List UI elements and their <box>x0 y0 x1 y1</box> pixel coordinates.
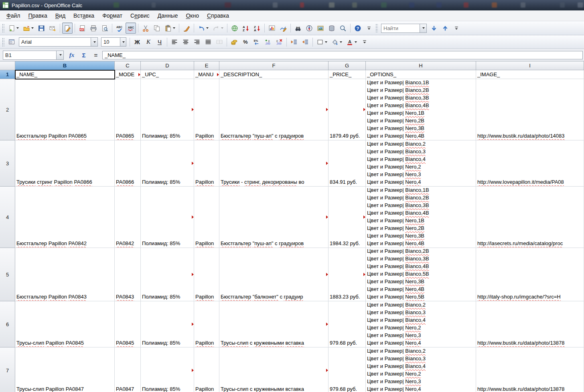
row-header-7[interactable]: 7 <box>0 347 15 392</box>
align-center-button[interactable] <box>180 37 191 48</box>
column-header-I[interactable]: I <box>476 61 584 70</box>
row-header-4[interactable]: 4 <box>0 187 15 248</box>
font-size-combo[interactable] <box>101 37 126 47</box>
cell-F6[interactable]: Трусы-слип с кружевными вставка <box>219 301 328 347</box>
increase-indent-button[interactable] <box>300 37 310 48</box>
align-justify-button[interactable] <box>203 37 213 48</box>
redo-button[interactable] <box>211 22 225 34</box>
column-header-E[interactable]: E <box>194 61 219 70</box>
find-combo[interactable] <box>381 24 427 33</box>
cell-F7[interactable]: Трусы-слип с кружевными вставка <box>219 347 328 392</box>
undo-button[interactable] <box>196 22 210 34</box>
cell-D6[interactable]: Полиамид: 85% <box>141 301 194 347</box>
copy-button[interactable] <box>152 22 162 34</box>
find-replace-button[interactable] <box>293 22 303 34</box>
format-paintbrush-button[interactable] <box>181 22 192 34</box>
paste-button[interactable] <box>163 22 177 34</box>
cell-I3[interactable]: http://www.lovepapillon.it/media/PA08 <box>476 140 584 187</box>
insert-chart-button[interactable] <box>267 22 277 34</box>
cell-I4[interactable]: http://lasecrets.ru/media/catalog/proc <box>476 187 584 248</box>
font-name-combo[interactable] <box>19 37 98 47</box>
cell-C1[interactable]: _MODE <box>115 70 141 79</box>
navigator-button[interactable] <box>304 22 314 34</box>
column-header-B[interactable]: B <box>15 61 115 70</box>
cell-B3[interactable]: Трусики стринг Papillon PA0866 <box>15 140 115 187</box>
font-name-combo-input[interactable] <box>19 38 91 46</box>
menu-item-Правка[interactable]: Правка <box>24 11 51 20</box>
name-box[interactable] <box>3 51 64 60</box>
name-box-dropdown-button[interactable] <box>56 51 63 59</box>
row-header-5[interactable]: 5 <box>0 248 15 301</box>
underline-button[interactable]: Ч <box>154 37 165 48</box>
toolbar-overflow-button[interactable] <box>364 22 374 34</box>
sort-descending-button[interactable]: ZA <box>252 22 262 34</box>
cell-H7[interactable]: Цвет и Размер| Bianco,2Цвет и Размер| Bi… <box>366 347 476 392</box>
cell-C2[interactable]: PA0865 <box>115 79 141 140</box>
cell-E3[interactable]: Papillon <box>194 140 219 187</box>
align-right-button[interactable] <box>192 37 202 48</box>
cell-G5[interactable]: 1883.23 руб. <box>328 248 366 301</box>
standard-format-button[interactable]: $% <box>251 37 262 48</box>
cell-D7[interactable]: Полиамид: 85% <box>141 347 194 392</box>
borders-button[interactable] <box>315 37 329 48</box>
currency-format-button[interactable] <box>229 37 239 48</box>
data-sources-button[interactable] <box>326 22 337 34</box>
cell-G6[interactable]: 979.68 руб. <box>328 301 366 347</box>
menu-item-Вставка[interactable]: Вставка <box>69 11 98 20</box>
function-wizard-button[interactable]: fx <box>66 50 77 60</box>
cell-C3[interactable]: PA0866 <box>115 140 141 187</box>
row-header-1[interactable]: 1 <box>0 70 15 79</box>
cell-G1[interactable]: _PRICE_ <box>328 70 366 79</box>
cell-F3[interactable]: Трусики - стринг, декорированы во <box>219 140 328 187</box>
cell-H4[interactable]: Цвет и Размер| Bianco,1BЦвет и Размер| B… <box>366 187 476 248</box>
draw-functions-button[interactable] <box>278 22 288 34</box>
decrease-indent-button[interactable] <box>289 37 299 48</box>
cell-D5[interactable]: Полиамид: 85% <box>141 248 194 301</box>
column-header-D[interactable]: D <box>141 61 194 70</box>
find-dropdown-button[interactable] <box>420 24 426 32</box>
cell-H3[interactable]: Цвет и Размер| Bianco,2Цвет и Размер| Bi… <box>366 140 476 187</box>
cell-I7[interactable]: http://www.bustik.ru/data/photo/13878 <box>476 347 584 392</box>
cell-C5[interactable]: PA0843 <box>115 248 141 301</box>
cell-I6[interactable]: http://www.bustik.ru/data/photo/13878 <box>476 301 584 347</box>
italic-button[interactable]: K <box>143 37 154 48</box>
cell-G7[interactable]: 979.68 руб. <box>328 347 366 392</box>
row-header-6[interactable]: 6 <box>0 301 15 347</box>
delete-decimal-button[interactable]: 0,000 <box>274 37 284 48</box>
cell-F5[interactable]: Бюстгальтер "балконет" с градуир <box>219 248 328 301</box>
equals-button[interactable]: = <box>90 50 101 60</box>
cell-B2[interactable]: Бюстгальтер Papillon PA0865 <box>15 79 115 140</box>
cell-G2[interactable]: 1879.49 руб. <box>328 79 366 140</box>
cell-E6[interactable]: Papillon <box>194 301 219 347</box>
find-next-button[interactable] <box>429 22 439 34</box>
spellcheck-button[interactable]: ABC <box>114 22 125 34</box>
cell-D1[interactable]: _UPC_ <box>141 70 194 79</box>
background-color-button[interactable] <box>330 37 344 48</box>
add-decimal-button[interactable]: 0,000 <box>263 37 273 48</box>
cell-B5[interactable]: Бюстгальтер Papillon PA0843 <box>15 248 115 301</box>
cell-reference-input[interactable] <box>3 51 56 59</box>
help-button[interactable]: ? <box>353 22 363 34</box>
sort-ascending-button[interactable]: AZ <box>241 22 251 34</box>
cell-B6[interactable]: Трусы-слип Papillon PA0845 <box>15 301 115 347</box>
cell-I5[interactable]: http://italy-shop.ru/imgcache/?src=H <box>476 248 584 301</box>
find-toolbar-overflow-button[interactable] <box>451 22 462 34</box>
cell-I2[interactable]: http://www.bustik.ru/data/photo/14083 <box>476 79 584 140</box>
formula-input[interactable] <box>102 51 583 59</box>
save-button[interactable] <box>36 22 47 34</box>
cell-H6[interactable]: Цвет и Размер| Bianco,2Цвет и Размер| Bi… <box>366 301 476 347</box>
formatting-overflow-button[interactable] <box>359 37 370 48</box>
menu-item-Справка[interactable]: Справка <box>203 11 233 20</box>
column-header-F[interactable]: F <box>219 61 328 70</box>
row-header-2[interactable]: 2 <box>0 79 15 140</box>
font-name-combo-dropdown-button[interactable] <box>91 38 97 46</box>
cell-B7[interactable]: Трусы-слип Papillon PA0847 <box>15 347 115 392</box>
menu-item-Формат[interactable]: Формат <box>98 11 126 20</box>
styles-window-button[interactable] <box>6 37 17 48</box>
cell-F2[interactable]: Бюстгальтер "пуш-ап" с градуиров <box>219 79 328 140</box>
cell-F1[interactable]: _DESCRIPTION_ <box>219 70 328 79</box>
cell-C7[interactable]: PA0847 <box>115 347 141 392</box>
cell-C6[interactable]: PA0845 <box>115 301 141 347</box>
cell-D2[interactable]: Полиамид: 85% <box>141 79 194 140</box>
menu-item-Файл[interactable]: Файл <box>2 11 24 20</box>
